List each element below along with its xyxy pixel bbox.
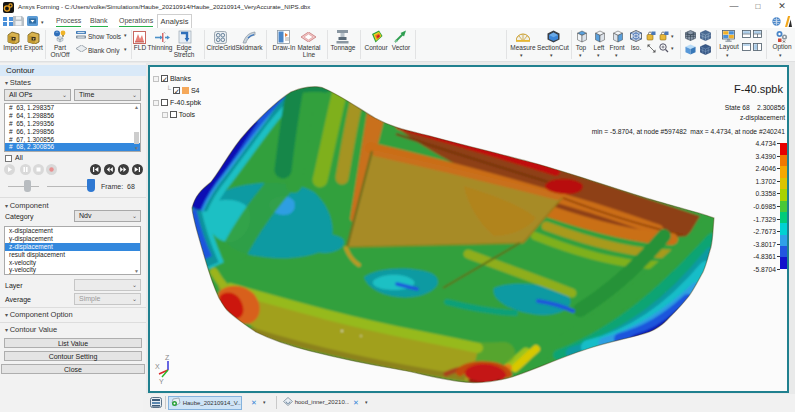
svg-text:Z: Z (165, 354, 170, 361)
svg-text:Y: Y (159, 378, 164, 385)
svg-text:X: X (155, 363, 160, 370)
